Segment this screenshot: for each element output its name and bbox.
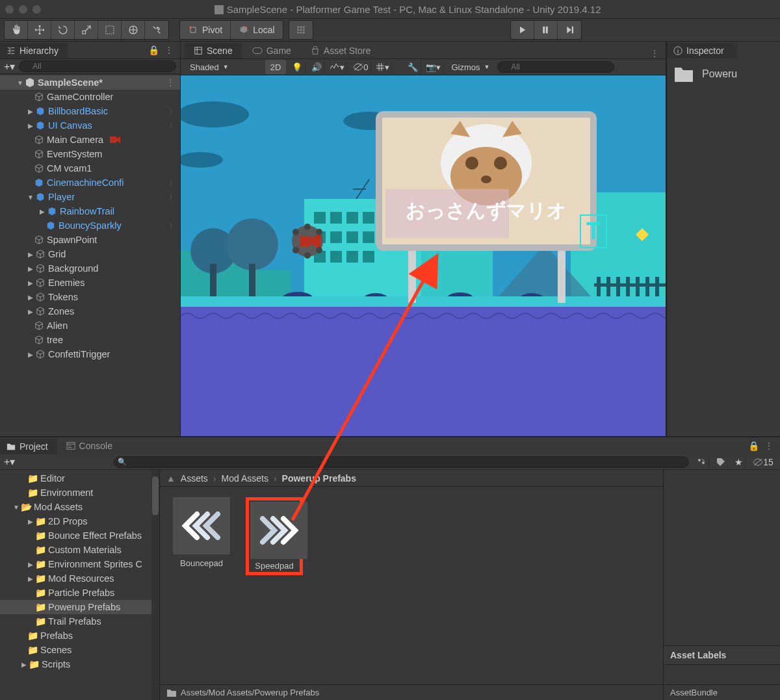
scene-node[interactable]: ▼ SampleScene* ⋮ <box>0 75 180 90</box>
2d-toggle[interactable]: 2D <box>265 60 287 74</box>
lock-icon[interactable]: 🔒 <box>748 441 759 451</box>
hierarchy-item[interactable]: ▶Enemies <box>0 276 180 290</box>
hierarchy-item[interactable]: ▶Zones <box>0 304 180 318</box>
tab-hierarchy[interactable]: Hierarchy <box>0 42 68 58</box>
hierarchy-tree[interactable]: ▼ SampleScene* ⋮ GameController ▶Billboa… <box>0 74 180 436</box>
folder-item[interactable]: 📁Scenes <box>0 643 159 657</box>
filter-by-label[interactable] <box>714 456 728 469</box>
move-tool[interactable] <box>28 21 51 39</box>
tab-project[interactable]: Project <box>0 437 57 454</box>
hierarchy-item[interactable]: GameController <box>0 90 180 104</box>
svg-text:i: i <box>677 47 679 55</box>
custom-tool[interactable] <box>145 21 168 39</box>
grid-toggle[interactable]: ▾ <box>374 60 391 74</box>
hierarchy-item[interactable]: ▶Grid <box>0 247 180 261</box>
scale-tool[interactable] <box>75 21 98 39</box>
tab-scene[interactable]: Scene <box>185 43 242 58</box>
breadcrumb-item[interactable]: Powerup Prefabs <box>282 473 356 484</box>
camera-icon[interactable]: 📷▾ <box>424 60 443 74</box>
folder-item[interactable]: 📁Custom Materials <box>0 543 159 557</box>
breadcrumb-item[interactable]: Mod Assets <box>222 473 268 484</box>
hierarchy-item[interactable]: EventSystem <box>0 147 180 161</box>
pivot-icon <box>188 25 198 35</box>
folder-item-selected[interactable]: 📁Powerup Prefabs <box>0 600 159 614</box>
folder-item[interactable]: 📁Particle Prefabs <box>0 586 159 600</box>
asset-speedpad[interactable]: Speedpad <box>246 497 303 575</box>
hierarchy-item[interactable]: BouncySparkly〉 <box>0 218 180 233</box>
svg-rect-6 <box>195 47 202 55</box>
panel-menu-icon[interactable]: ⋮ <box>764 441 774 451</box>
scene-menu-icon[interactable]: ⋮ <box>166 77 175 88</box>
panel-menu-icon[interactable]: ⋮ <box>650 48 659 58</box>
hierarchy-item[interactable]: ▶BillboardBasic〉 <box>0 104 180 118</box>
close-window-icon[interactable] <box>5 5 14 14</box>
folder-item[interactable]: 📁Environment <box>0 486 159 500</box>
play-button[interactable] <box>511 21 534 39</box>
folder-item[interactable]: ▼📂Mod Assets <box>0 500 159 514</box>
lock-icon[interactable]: 🔒 <box>148 45 159 55</box>
folder-item[interactable]: 📁Trail Prefabs <box>0 614 159 629</box>
asset-grid[interactable]: Bouncepad Speedpad <box>160 487 663 684</box>
pause-button[interactable] <box>534 21 558 39</box>
minimize-window-icon[interactable] <box>19 5 27 14</box>
hierarchy-item[interactable]: SpawnPoint <box>0 233 180 247</box>
folder-item[interactable]: ▶📁Mod Resources <box>0 571 159 586</box>
hierarchy-item[interactable]: ▼Player〉 <box>0 190 180 204</box>
maximize-window-icon[interactable] <box>32 5 41 14</box>
project-panel: Project Console 🔒 ⋮ +▾ 🔍 ★ 15 📁Editor 📁E… <box>0 436 780 700</box>
tools-icon[interactable]: 🔧 <box>404 60 421 74</box>
rect-tool[interactable] <box>98 21 122 39</box>
project-search-input[interactable] <box>114 456 689 468</box>
folder-item[interactable]: ▶📁2D Props <box>0 514 159 528</box>
hidden-toggle[interactable]: 0 <box>350 60 372 74</box>
tab-inspector[interactable]: i Inspector <box>667 42 737 58</box>
breadcrumb-item[interactable]: Assets <box>181 473 208 484</box>
shading-mode-dropdown[interactable]: Shaded▼ <box>185 60 234 74</box>
project-tree[interactable]: 📁Editor 📁Environment ▼📂Mod Assets ▶📁2D P… <box>0 470 160 700</box>
svg-point-10 <box>181 101 249 127</box>
window-controls[interactable] <box>5 5 41 14</box>
hand-tool[interactable] <box>5 21 28 39</box>
lighting-toggle[interactable]: 💡 <box>289 60 306 74</box>
folder-item[interactable]: ▶📁Environment Sprites C <box>0 557 159 571</box>
create-dropdown[interactable]: +▾ <box>4 456 15 468</box>
grid-snap[interactable] <box>289 21 313 39</box>
transform-tool[interactable] <box>122 21 145 39</box>
step-button[interactable] <box>558 21 581 39</box>
create-dropdown[interactable]: +▾ <box>4 60 15 73</box>
hierarchy-item[interactable]: CinemachineConfi〉 <box>0 175 180 190</box>
hierarchy-item[interactable]: Main Camera <box>0 133 180 147</box>
hidden-count[interactable]: 15 <box>750 456 776 469</box>
asset-bouncepad[interactable]: Bouncepad <box>173 497 230 568</box>
folder-item[interactable]: 📁Bounce Effect Prefabs <box>0 528 159 543</box>
scene-search-input[interactable] <box>497 61 614 73</box>
folder-item[interactable]: 📁Prefabs <box>0 629 159 643</box>
search-icon: 🔍 <box>118 458 127 466</box>
audio-toggle[interactable]: 🔊 <box>308 60 325 74</box>
hierarchy-item[interactable]: CM vcam1 <box>0 161 180 175</box>
hierarchy-item[interactable]: ▶ConfettiTrigger <box>0 347 180 361</box>
local-toggle[interactable]: Local <box>231 21 282 39</box>
gizmos-dropdown[interactable]: Gizmos▼ <box>446 60 495 74</box>
tab-console[interactable]: Console <box>57 437 122 454</box>
tab-game[interactable]: Game <box>243 43 300 58</box>
hierarchy-item[interactable]: Alien <box>0 318 180 333</box>
hierarchy-item[interactable]: ▶RainbowTrail <box>0 204 180 218</box>
hierarchy-item[interactable]: ▶UI Canvas〉 <box>0 118 180 133</box>
panel-menu-icon[interactable]: ⋮ <box>164 45 174 55</box>
hierarchy-search-input[interactable] <box>19 60 176 72</box>
hierarchy-item[interactable]: ▶Tokens <box>0 290 180 304</box>
pivot-toggle[interactable]: Pivot <box>180 21 231 39</box>
scene-viewport[interactable]: T おっさんずマリオ <box>181 75 666 436</box>
back-icon[interactable]: ▲ <box>166 473 176 484</box>
asset-labels-header[interactable]: Asset Labels <box>664 645 780 665</box>
tab-asset-store[interactable]: Asset Store <box>302 43 380 58</box>
folder-item[interactable]: ▶📁Scripts <box>0 657 159 671</box>
rotate-tool[interactable] <box>51 21 75 39</box>
filter-by-type[interactable] <box>693 456 710 469</box>
folder-item[interactable]: 📁Editor <box>0 471 159 486</box>
hierarchy-item[interactable]: ▶Background <box>0 261 180 276</box>
hierarchy-item[interactable]: tree <box>0 333 180 347</box>
fx-toggle[interactable]: ▾ <box>328 60 347 74</box>
favorite-icon[interactable]: ★ <box>732 456 746 469</box>
